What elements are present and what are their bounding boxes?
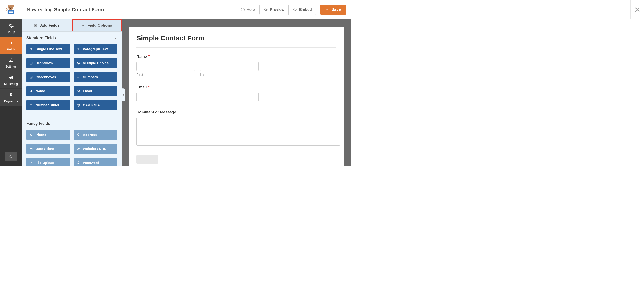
field-label: Name (36, 89, 45, 93)
field-single-line-text[interactable]: Single Line Text (26, 44, 70, 54)
field-label: Comment or Message (136, 110, 176, 115)
standard-fields-grid: Single Line Text Paragraph Text Dropdown (22, 43, 122, 113)
question-circle-icon (77, 104, 80, 107)
form-title[interactable]: Simple Contact Form (136, 34, 336, 48)
required-asterisk: * (148, 85, 150, 90)
field-label: Multiple Choice (83, 61, 109, 65)
upload-icon (30, 161, 33, 165)
section-standard-fields[interactable]: Standard Fields (22, 32, 122, 43)
nav-settings[interactable]: Settings (0, 54, 22, 71)
check-icon (326, 8, 329, 12)
section-fancy-fields[interactable]: Fancy Fields (22, 117, 122, 128)
paragraph-icon (77, 48, 80, 51)
nav-fields[interactable]: Fields (0, 37, 22, 54)
radio-icon (77, 62, 80, 65)
nav-label: Settings (5, 65, 17, 68)
field-name[interactable]: Name (26, 86, 70, 96)
svg-rect-7 (9, 11, 13, 12)
marker-icon (77, 133, 80, 137)
svg-point-28 (32, 104, 32, 105)
field-number-slider[interactable]: Number Slider (26, 100, 70, 110)
field-email[interactable]: Email (74, 86, 117, 96)
close-button[interactable] (630, 0, 644, 19)
svg-rect-10 (10, 42, 10, 43)
svg-rect-13 (10, 43, 12, 44)
preview-label: Preview (270, 8, 284, 12)
field-phone[interactable]: Phone (26, 130, 70, 140)
help-icon (241, 8, 245, 12)
field-dropdown[interactable]: Dropdown (26, 58, 70, 68)
form-field-comment[interactable]: Comment or Message (136, 110, 336, 147)
nav-setup[interactable]: Setup (0, 19, 22, 37)
svg-rect-12 (10, 43, 10, 44)
comment-textarea[interactable] (136, 118, 340, 146)
svg-point-2 (12, 7, 12, 8)
svg-point-24 (78, 63, 79, 64)
svg-point-5 (12, 5, 14, 7)
revert-button[interactable] (4, 152, 17, 161)
tab-field-options[interactable]: Field Options (72, 19, 122, 31)
svg-rect-21 (35, 26, 36, 26)
preview-embed-group: Preview Embed (260, 5, 316, 15)
tab-add-fields[interactable]: Add Fields (22, 19, 72, 31)
panel-tabs: Add Fields Field Options (22, 19, 122, 32)
last-name-input[interactable] (200, 62, 258, 71)
svg-rect-11 (10, 42, 12, 43)
form-canvas: Simple Contact Form Name * First (122, 19, 351, 166)
email-input[interactable] (136, 93, 258, 101)
nav-payments[interactable]: Payments (0, 89, 22, 106)
field-address[interactable]: Address (74, 130, 117, 140)
lock-icon (77, 161, 80, 165)
field-label: Website / URL (83, 147, 106, 151)
editing-prefix: Now editing (27, 7, 53, 13)
help-label: Help (246, 8, 255, 12)
save-button[interactable]: Save (320, 5, 346, 15)
svg-point-3 (10, 8, 12, 9)
field-label: Checkboxes (36, 75, 56, 79)
fancy-fields-grid: Phone Address Date / Time Website / (22, 128, 122, 166)
field-checkboxes[interactable]: Checkboxes (26, 72, 70, 82)
wpforms-logo-icon (5, 4, 16, 15)
field-label: Numbers (83, 75, 98, 79)
nav-marketing[interactable]: Marketing (0, 71, 22, 89)
code-icon (293, 8, 297, 12)
embed-button[interactable]: Embed (288, 5, 316, 15)
fields-panel: Add Fields Field Options Standard Fields (22, 19, 122, 166)
page-title: Now editing Simple Contact Form (27, 7, 104, 13)
list-icon (8, 40, 14, 46)
embed-label: Embed (299, 8, 312, 12)
calendar-icon (30, 147, 33, 151)
field-date-time[interactable]: Date / Time (26, 144, 70, 154)
sliders-small-icon (81, 24, 85, 27)
field-captcha[interactable]: CAPTCHA (74, 100, 117, 110)
field-label: Email (83, 89, 92, 93)
check-square-icon (30, 76, 33, 79)
history-icon (8, 154, 13, 159)
field-website-url[interactable]: Website / URL (74, 144, 117, 154)
form-name[interactable]: Simple Contact Form (54, 7, 104, 13)
divider (26, 116, 117, 116)
field-paragraph-text[interactable]: Paragraph Text (74, 44, 117, 54)
field-multiple-choice[interactable]: Multiple Choice (74, 58, 117, 68)
field-numbers[interactable]: Numbers (74, 72, 117, 82)
form-field-email[interactable]: Email * (136, 85, 336, 101)
field-label: Dropdown (36, 61, 53, 65)
first-name-input[interactable] (136, 62, 195, 71)
svg-point-14 (12, 58, 12, 59)
field-label: Single Line Text (36, 47, 62, 51)
help-link[interactable]: Help (241, 8, 255, 12)
text-icon (30, 48, 33, 51)
preview-button[interactable]: Preview (260, 5, 288, 15)
bullhorn-icon (8, 74, 14, 81)
panel-collapse-handle[interactable] (122, 88, 126, 101)
field-password[interactable]: Password (74, 158, 117, 166)
tab-label: Add Fields (40, 23, 60, 28)
field-label: Name (136, 54, 147, 59)
field-label: CAPTCHA (83, 103, 100, 107)
svg-point-16 (12, 61, 12, 62)
field-file-upload[interactable]: File Upload (26, 158, 70, 166)
form-field-name[interactable]: Name * First Last (136, 54, 336, 76)
svg-rect-25 (30, 76, 32, 78)
submit-button-placeholder[interactable] (136, 155, 158, 164)
svg-point-15 (10, 60, 11, 61)
